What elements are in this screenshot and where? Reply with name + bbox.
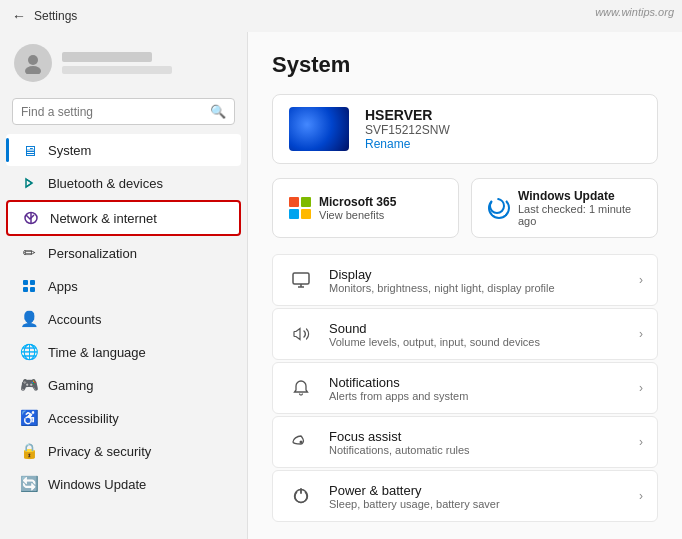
- sidebar-item-accounts[interactable]: 👤 Accounts: [6, 303, 241, 335]
- sidebar-item-label: Gaming: [48, 378, 94, 393]
- notifications-sub: Alerts from apps and system: [329, 390, 625, 402]
- sound-title: Sound: [329, 321, 625, 336]
- main-content: System HSERVER SVF15212SNW Rename: [248, 32, 682, 539]
- sidebar-item-system[interactable]: 🖥 System: [6, 134, 241, 166]
- page-title: System: [272, 52, 658, 78]
- device-model: SVF15212SNW: [365, 123, 450, 137]
- sidebar-item-time[interactable]: 🌐 Time & language: [6, 336, 241, 368]
- sidebar-item-gaming[interactable]: 🎮 Gaming: [6, 369, 241, 401]
- bluetooth-icon: [20, 174, 38, 192]
- privacy-icon: 🔒: [20, 442, 38, 460]
- display-icon: [287, 266, 315, 294]
- quick-action-windowsupdate-sub: Last checked: 1 minute ago: [518, 203, 641, 227]
- focusassist-icon: [287, 428, 315, 456]
- sidebar-item-label: Bluetooth & devices: [48, 176, 163, 191]
- svg-rect-6: [23, 280, 28, 285]
- windowsupdate-quick-icon: [488, 197, 510, 219]
- display-sub: Monitors, brightness, night light, displ…: [329, 282, 625, 294]
- focusassist-sub: Notifications, automatic rules: [329, 444, 625, 456]
- apps-icon: [20, 277, 38, 295]
- back-button[interactable]: ←: [12, 8, 26, 24]
- display-title: Display: [329, 267, 625, 282]
- device-card: HSERVER SVF15212SNW Rename: [272, 94, 658, 164]
- sidebar-item-label: System: [48, 143, 91, 158]
- quick-action-windowsupdate[interactable]: Windows Update Last checked: 1 minute ag…: [471, 178, 658, 238]
- svg-rect-7: [30, 280, 35, 285]
- display-chevron: ›: [639, 273, 643, 287]
- accounts-icon: 👤: [20, 310, 38, 328]
- power-title: Power & battery: [329, 483, 625, 498]
- settings-item-display[interactable]: Display Monitors, brightness, night ligh…: [272, 254, 658, 306]
- svg-line-2: [26, 183, 32, 187]
- sidebar-item-label: Apps: [48, 279, 78, 294]
- focusassist-title: Focus assist: [329, 429, 625, 444]
- notifications-chevron: ›: [639, 381, 643, 395]
- user-email-blur: [62, 66, 172, 74]
- system-icon: 🖥: [20, 141, 38, 159]
- sidebar-item-label: Personalization: [48, 246, 137, 261]
- svg-point-10: [490, 199, 504, 213]
- quick-action-microsoft365-sub: View benefits: [319, 209, 396, 221]
- svg-rect-9: [30, 287, 35, 292]
- sidebar-item-personalization[interactable]: ✏ Personalization: [6, 237, 241, 269]
- microsoft365-icon: [289, 197, 311, 219]
- svg-point-14: [300, 441, 303, 444]
- power-chevron: ›: [639, 489, 643, 503]
- sound-icon: [287, 320, 315, 348]
- sidebar-item-label: Privacy & security: [48, 444, 151, 459]
- network-icon: [22, 209, 40, 227]
- settings-item-sound[interactable]: Sound Volume levels, output, input, soun…: [272, 308, 658, 360]
- svg-rect-11: [293, 273, 309, 284]
- settings-item-notifications[interactable]: Notifications Alerts from apps and syste…: [272, 362, 658, 414]
- title-bar: ← Settings: [0, 0, 682, 32]
- avatar: [14, 44, 52, 82]
- sidebar-item-label: Time & language: [48, 345, 146, 360]
- sidebar-item-label: Accessibility: [48, 411, 119, 426]
- nav-list: 🖥 System Bluetooth & devices: [0, 133, 247, 501]
- notifications-title: Notifications: [329, 375, 625, 390]
- search-box[interactable]: 🔍: [12, 98, 235, 125]
- accessibility-icon: ♿: [20, 409, 38, 427]
- device-details: HSERVER SVF15212SNW Rename: [365, 107, 450, 151]
- sidebar: 🔍 🖥 System: [0, 32, 248, 539]
- sidebar-item-label: Network & internet: [50, 211, 157, 226]
- rename-link[interactable]: Rename: [365, 137, 450, 151]
- focusassist-chevron: ›: [639, 435, 643, 449]
- user-profile[interactable]: [0, 32, 247, 94]
- svg-rect-8: [23, 287, 28, 292]
- watermark: www.wintips.org: [595, 6, 674, 18]
- sidebar-item-privacy[interactable]: 🔒 Privacy & security: [6, 435, 241, 467]
- sidebar-item-apps[interactable]: Apps: [6, 270, 241, 302]
- power-sub: Sleep, battery usage, battery saver: [329, 498, 625, 510]
- search-icon: 🔍: [210, 104, 226, 119]
- user-name-blur: [62, 52, 152, 62]
- sidebar-item-label: Windows Update: [48, 477, 146, 492]
- svg-line-3: [26, 179, 32, 183]
- sound-sub: Volume levels, output, input, sound devi…: [329, 336, 625, 348]
- sidebar-item-label: Accounts: [48, 312, 101, 327]
- quick-action-windowsupdate-title: Windows Update: [518, 189, 641, 203]
- personalization-icon: ✏: [20, 244, 38, 262]
- quick-action-microsoft365-title: Microsoft 365: [319, 195, 396, 209]
- quick-action-microsoft365[interactable]: Microsoft 365 View benefits: [272, 178, 459, 238]
- settings-list: Display Monitors, brightness, night ligh…: [272, 254, 658, 522]
- sound-chevron: ›: [639, 327, 643, 341]
- settings-item-power[interactable]: Power & battery Sleep, battery usage, ba…: [272, 470, 658, 522]
- power-icon: [287, 482, 315, 510]
- device-thumbnail: [289, 107, 349, 151]
- device-name: HSERVER: [365, 107, 450, 123]
- quick-actions: Microsoft 365 View benefits Windows Upda…: [272, 178, 658, 238]
- svg-point-0: [28, 55, 38, 65]
- sidebar-item-windowsupdate[interactable]: 🔄 Windows Update: [6, 468, 241, 500]
- windowsupdate-icon: 🔄: [20, 475, 38, 493]
- sidebar-item-accessibility[interactable]: ♿ Accessibility: [6, 402, 241, 434]
- gaming-icon: 🎮: [20, 376, 38, 394]
- sidebar-item-network[interactable]: Network & internet ◀: [6, 200, 241, 236]
- sidebar-item-bluetooth[interactable]: Bluetooth & devices: [6, 167, 241, 199]
- svg-point-1: [25, 66, 41, 74]
- user-info: [62, 52, 172, 74]
- search-input[interactable]: [21, 105, 204, 119]
- settings-item-focusassist[interactable]: Focus assist Notifications, automatic ru…: [272, 416, 658, 468]
- notifications-icon: [287, 374, 315, 402]
- window-title: Settings: [34, 9, 77, 23]
